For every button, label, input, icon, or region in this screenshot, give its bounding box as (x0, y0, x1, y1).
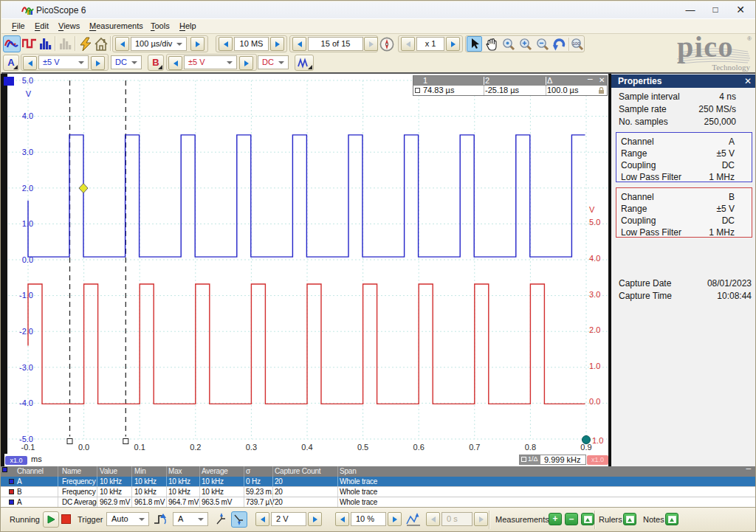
svg-text:0.5: 0.5 (357, 443, 368, 452)
svg-text:-3.0: -3.0 (19, 363, 33, 372)
svg-text:1.0: 1.0 (589, 362, 600, 370)
svg-text:0.8: 0.8 (525, 443, 536, 452)
svg-text:100: 100 (572, 41, 580, 46)
svg-text:2.0: 2.0 (589, 325, 600, 334)
svg-text:-5.0: -5.0 (19, 435, 33, 443)
svg-text:0.0: 0.0 (589, 397, 600, 406)
svg-text:-4.0: -4.0 (19, 398, 33, 407)
svg-text:®: ® (747, 35, 752, 42)
svg-text:4.0: 4.0 (22, 111, 33, 120)
svg-text:5.0: 5.0 (589, 218, 600, 227)
svg-text:1.0: 1.0 (592, 436, 603, 445)
svg-text:0.4: 0.4 (301, 443, 312, 452)
svg-text:-1.0: -1.0 (19, 291, 33, 300)
svg-text:V: V (26, 89, 32, 98)
svg-text:Technology: Technology (712, 63, 750, 72)
svg-text:0.2: 0.2 (190, 443, 201, 452)
svg-text:-2.0: -2.0 (19, 327, 33, 336)
svg-text:pico: pico (677, 32, 734, 63)
svg-text:3.0: 3.0 (22, 148, 33, 156)
svg-text:5.0: 5.0 (22, 76, 33, 85)
svg-text:-0.1: -0.1 (21, 443, 35, 452)
svg-text:4.0: 4.0 (589, 254, 600, 263)
svg-text:0.1: 0.1 (134, 443, 145, 452)
svg-text:0.3: 0.3 (246, 443, 257, 452)
svg-text:3.0: 3.0 (589, 290, 600, 299)
svg-text:V: V (589, 205, 595, 214)
svg-text:0.6: 0.6 (413, 443, 425, 452)
svg-text:0.0: 0.0 (78, 443, 89, 452)
svg-text:0.7: 0.7 (469, 443, 480, 452)
svg-text:2.0: 2.0 (22, 184, 33, 193)
